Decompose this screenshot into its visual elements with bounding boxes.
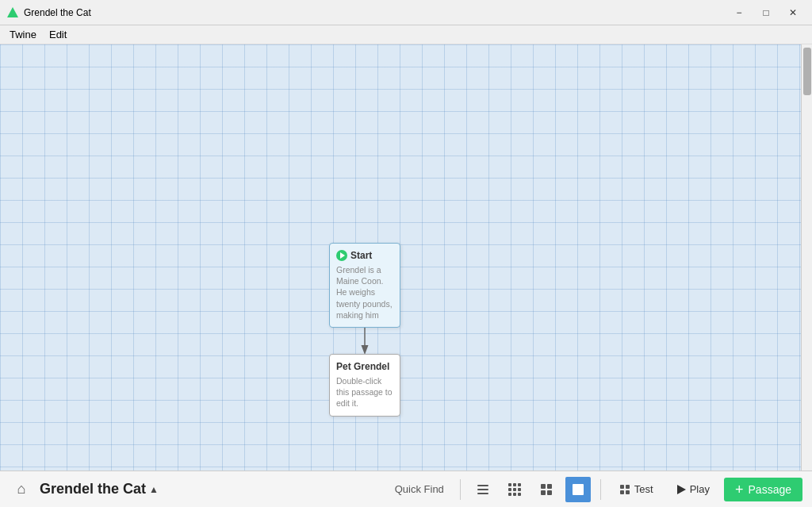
divider-2 (600, 479, 601, 500)
title-bar: Grendel the Cat − □ ✕ (0, 0, 812, 25)
start-passage-body: Grendel is a Maine Coon. He weighs twent… (336, 264, 393, 321)
svg-rect-1 (477, 485, 488, 486)
test-icon (619, 483, 631, 496)
svg-rect-6 (620, 490, 624, 494)
small-grid-icon (508, 483, 521, 496)
window-title: Grendel the Cat (24, 7, 726, 18)
passage-arrow (0, 44, 812, 471)
map-view-icon (573, 484, 584, 495)
pet-passage-header: Pet Grendel (336, 361, 393, 372)
story-title-area[interactable]: Grendel the Cat ▲ (40, 481, 159, 497)
add-passage-plus: + (735, 482, 744, 497)
map-view-button[interactable] (565, 477, 591, 502)
add-passage-label: Passage (749, 483, 791, 496)
play-button[interactable]: Play (668, 480, 718, 498)
svg-rect-3 (477, 493, 488, 494)
svg-rect-5 (626, 485, 630, 489)
quick-find-button[interactable]: Quick Find (389, 483, 450, 495)
story-title: Grendel the Cat (40, 481, 146, 497)
svg-rect-2 (477, 489, 488, 490)
svg-marker-8 (677, 485, 686, 494)
test-button[interactable]: Test (611, 480, 661, 499)
start-icon (336, 250, 347, 261)
pet-passage-title: Pet Grendel (336, 361, 389, 372)
maximize-button[interactable]: □ (753, 5, 779, 21)
large-grid-view-button[interactable] (534, 477, 559, 502)
app-icon (6, 6, 19, 19)
story-canvas[interactable]: Start Grendel is a Maine Coon. He weighs… (0, 44, 812, 471)
svg-rect-7 (626, 490, 630, 494)
vertical-scrollbar[interactable] (801, 44, 812, 471)
minimize-button[interactable]: − (726, 5, 752, 21)
pet-passage[interactable]: Pet Grendel Double-click this passage to… (329, 354, 400, 417)
bottom-toolbar: ⌂ Grendel the Cat ▲ Quick Find (0, 471, 812, 507)
add-passage-button[interactable]: + Passage (724, 478, 802, 501)
play-icon (676, 484, 687, 495)
svg-rect-4 (620, 485, 624, 489)
small-grid-view-button[interactable] (502, 477, 527, 502)
close-button[interactable]: ✕ (780, 5, 806, 21)
menu-bar: Twine Edit (0, 25, 812, 44)
list-view-button[interactable] (470, 477, 496, 502)
menu-edit[interactable]: Edit (43, 27, 73, 42)
caret-up-icon: ▲ (149, 484, 159, 495)
svg-marker-0 (7, 7, 18, 17)
start-passage-title: Start (350, 250, 372, 261)
large-grid-icon (541, 484, 552, 495)
divider-1 (460, 479, 461, 500)
menu-twine[interactable]: Twine (3, 27, 43, 42)
home-button[interactable]: ⌂ (10, 478, 33, 501)
list-view-icon (476, 482, 490, 497)
start-passage-header: Start (336, 250, 393, 261)
play-label: Play (690, 483, 710, 495)
window-controls: − □ ✕ (726, 5, 806, 21)
scrollbar-thumb[interactable] (803, 48, 811, 95)
start-passage[interactable]: Start Grendel is a Maine Coon. He weighs… (329, 243, 400, 328)
pet-passage-body: Double-click this passage to edit it. (336, 375, 393, 409)
test-label: Test (634, 483, 653, 495)
